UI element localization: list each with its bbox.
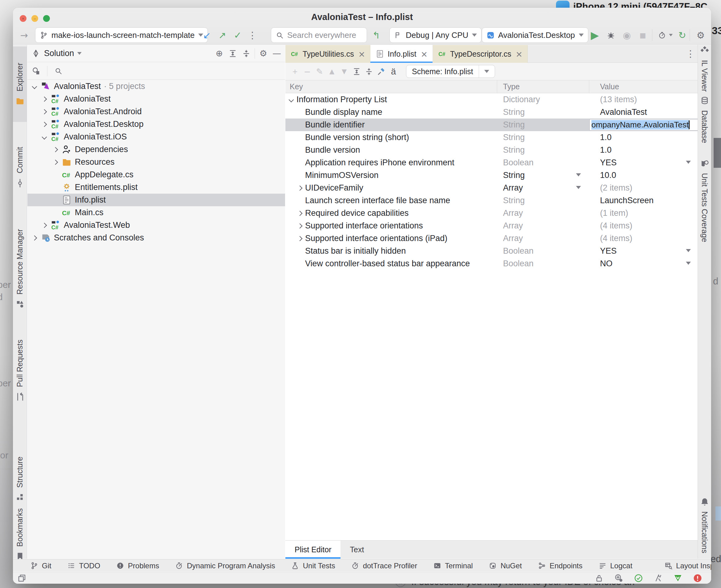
tab-options-kebab-icon[interactable]: ⋮ (683, 45, 698, 63)
editor-tab-typedescriptor-cs[interactable]: C#TypeDescriptor.cs× (433, 45, 528, 63)
tool-window-button-git[interactable]: Git (30, 562, 51, 570)
chevron-right-icon[interactable] (39, 224, 49, 227)
scheme-dropdown-button[interactable] (479, 65, 495, 78)
plist-row-uidevicefamily[interactable]: UIDeviceFamilyArray(2 items) (285, 182, 698, 194)
chevron-right-icon[interactable] (29, 236, 40, 240)
tree-item-avaloniatest-desktop[interactable]: C#AvaloniaTest.Desktop (27, 118, 285, 130)
tree-item-avaloniatest-android[interactable]: C#AvaloniaTest.Android (27, 105, 285, 118)
localization-icon[interactable]: ä (388, 65, 399, 78)
close-tab-icon[interactable]: × (358, 49, 365, 59)
tool-window-button-dynamic-program-analysis[interactable]: Dynamic Program Analysis (175, 562, 275, 570)
run-configuration-selector[interactable]: Debug | Any CPU (389, 27, 482, 43)
scroll-from-source-icon[interactable] (31, 66, 42, 76)
build-hammer-icon[interactable] (376, 65, 386, 78)
plist-row-bundle-version-string-short-[interactable]: Bundle version string (short)String1.0 (285, 131, 698, 144)
search-everywhere-box[interactable]: Search everywhere (271, 27, 367, 43)
value-dropdown-icon[interactable] (686, 262, 691, 265)
tool-window-button-terminal[interactable]: Terminal (433, 562, 473, 570)
value-dropdown-icon[interactable] (686, 161, 691, 164)
plist-row-supported-interface-orientations-ipad-[interactable]: Supported interface orientations (iPad)A… (285, 232, 698, 245)
stripe-item-notifications[interactable]: Notifications (698, 498, 711, 553)
expand-all-icon[interactable] (228, 48, 238, 59)
column-header-value[interactable]: Value (600, 80, 619, 93)
profile-gear-icon[interactable] (614, 573, 624, 583)
settings-gear-icon[interactable]: ⚙ (694, 27, 707, 43)
close-tab-icon[interactable]: × (516, 49, 523, 59)
plist-row-required-device-capabilities[interactable]: Required device capabilitiesArray(1 item… (285, 207, 698, 219)
collapse-all-icon[interactable] (241, 48, 252, 59)
plist-row-view-controller-based-status-bar-appearance[interactable]: View controller-based status bar appeara… (285, 257, 698, 270)
solution-view-label[interactable]: Solution (44, 49, 74, 58)
chevron-right-icon[interactable] (50, 148, 61, 151)
chevron-down-icon[interactable] (29, 85, 40, 88)
more-actions-icon[interactable]: ⋮ (246, 27, 259, 43)
chevron-right-icon[interactable] (295, 237, 305, 240)
stripe-item-bookmarks[interactable]: Bookmarks (13, 509, 27, 560)
editor-mode-tab-text[interactable]: Text (340, 541, 373, 559)
plist-row-bundle-display-name[interactable]: Bundle display nameStringAvaloniaTest (285, 106, 698, 119)
coverage-button[interactable]: ◉ (620, 27, 634, 43)
chevron-right-icon[interactable] (295, 224, 305, 228)
collapse-all-icon[interactable] (364, 65, 374, 78)
tree-item-appdelegate-cs[interactable]: C#AppDelegate.cs (27, 168, 285, 181)
column-header-type[interactable]: Type (503, 80, 519, 93)
tool-window-button-problems[interactable]: Problems (116, 562, 159, 570)
tool-window-button-nuget[interactable]: NuGet (489, 562, 522, 570)
back-reference-icon[interactable]: ↰ (369, 27, 383, 43)
plist-row-minimumosversion[interactable]: MinimumOSVersionString10.0 (285, 169, 698, 182)
value-dropdown-icon[interactable] (686, 249, 691, 252)
stripe-item-database[interactable]: Database (698, 94, 711, 145)
tree-item-avaloniatest[interactable]: AvaloniaTest · 5 projects (27, 80, 285, 93)
stripe-item-unit-tests-coverage[interactable]: Unit Tests Coverage (698, 162, 711, 239)
expand-all-icon[interactable] (351, 65, 362, 78)
tree-item-avaloniatest-web[interactable]: C#AvaloniaTest.Web (27, 219, 285, 231)
scheme-selector[interactable]: Scheme: Info.plist (406, 65, 495, 78)
chevron-right-icon[interactable] (295, 186, 305, 190)
stripe-item-structure[interactable]: Structure (13, 451, 27, 508)
stripe-item-il-viewer[interactable]: IL Viewer (698, 49, 711, 89)
chevron-down-icon[interactable] (77, 52, 82, 55)
plist-row-application-requires-iphone-environment[interactable]: Application requires iPhone environmentB… (285, 156, 698, 169)
tool-window-button-unit-tests[interactable]: Unit Tests (291, 562, 335, 570)
hide-panel-icon[interactable]: — (272, 48, 282, 59)
chevron-right-icon[interactable] (39, 123, 49, 126)
run-target-selector[interactable]: AvaloniaTest.Desktop (482, 27, 588, 43)
tree-item-entitlements-plist[interactable]: Entitlements.plist (27, 181, 285, 194)
type-dropdown-icon[interactable] (576, 173, 581, 176)
stripe-item-resource-manager[interactable]: Resource Manager (13, 216, 27, 322)
value-edit-box[interactable]: ompanyName.AvaloniaTest (590, 119, 698, 130)
push-icon[interactable]: ↗ (215, 27, 229, 43)
tool-windows-icon[interactable] (17, 573, 28, 583)
plist-row-bundle-version[interactable]: Bundle versionString1.0 (285, 144, 698, 156)
chevron-right-icon[interactable] (50, 161, 61, 164)
git-branch-selector[interactable]: make-ios-launch-screen-match-template (35, 27, 208, 43)
tool-window-button-dottrace-profiler[interactable]: dotTrace Profiler (351, 562, 418, 570)
plist-row-bundle-identifier[interactable]: Bundle identifierStringompanyName.Avalon… (285, 119, 698, 131)
move-up-icon[interactable]: ▲ (327, 65, 337, 78)
editor-tab-typeutilities-cs[interactable]: C#TypeUtilities.cs× (285, 45, 370, 63)
commit-check-icon[interactable]: ✓ (231, 27, 245, 43)
move-down-icon[interactable]: ▼ (339, 65, 349, 78)
debug-button[interactable] (604, 27, 618, 43)
tool-window-button-layout-inspector[interactable]: Layout Inspector (664, 562, 711, 570)
edit-entry-icon[interactable]: ✎ (314, 65, 325, 78)
forward-icon[interactable]: → (17, 27, 31, 43)
lambda-icon[interactable] (653, 573, 663, 583)
update-project-icon[interactable]: ↙ (200, 27, 214, 43)
tool-window-button-logcat[interactable]: Logcat (598, 562, 632, 570)
tree-item-avaloniatest[interactable]: C#AvaloniaTest (27, 93, 285, 105)
chevron-right-icon[interactable] (295, 211, 305, 215)
run-button[interactable]: ▶ (588, 27, 601, 43)
tree-item-avaloniatest-ios[interactable]: C#AvaloniaTest.iOS (27, 130, 285, 143)
search-tree-icon[interactable] (53, 66, 63, 76)
profiler-button[interactable] (655, 27, 669, 43)
profiler-dropdown[interactable] (667, 27, 674, 43)
plist-row-information-property-list[interactable]: Information Property ListDictionary(13 i… (285, 93, 698, 106)
chevron-right-icon[interactable] (39, 110, 49, 113)
tool-window-button-todo[interactable]: TODO (67, 562, 100, 570)
add-entry-icon[interactable]: ＋ (290, 65, 300, 78)
chevron-down-icon[interactable] (286, 98, 296, 102)
tool-window-button-endpoints[interactable]: Endpoints (538, 562, 582, 570)
plist-row-status-bar-is-initially-hidden[interactable]: Status bar is initially hiddenBooleanYES (285, 245, 698, 257)
locate-file-icon[interactable]: ⊕ (214, 48, 225, 59)
